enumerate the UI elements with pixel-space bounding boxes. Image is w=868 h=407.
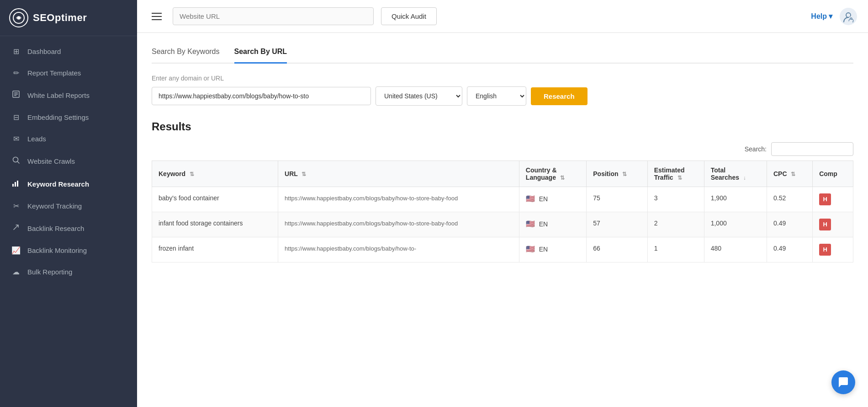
th-position-label: Position xyxy=(593,170,618,177)
cell-cpc: 0.49 xyxy=(767,212,812,237)
svg-line-7 xyxy=(17,161,19,163)
url-search-input[interactable] xyxy=(152,87,371,105)
cell-estimated-traffic: 3 xyxy=(647,187,704,212)
th-competition[interactable]: Comp xyxy=(813,161,853,187)
sidebar-logo: SEOptimer xyxy=(0,0,137,36)
language-code: EN xyxy=(539,195,548,203)
header-url-input[interactable] xyxy=(173,7,374,25)
report-templates-icon: ✏ xyxy=(11,69,21,77)
cell-keyword: infant food storage containers xyxy=(152,212,278,237)
cell-country-language: 🇺🇸 EN xyxy=(519,187,586,212)
cell-competition: H xyxy=(813,237,853,262)
th-keyword[interactable]: Keyword ⇅ xyxy=(152,161,278,187)
cell-country-language: 🇺🇸 EN xyxy=(519,237,586,262)
cell-competition: H xyxy=(813,212,853,237)
sidebar-item-label: Website Crawls xyxy=(27,157,75,165)
sidebar-nav: ⊞ Dashboard ✏ Report Templates White Lab… xyxy=(0,36,137,407)
embedding-icon: ⊟ xyxy=(11,113,21,122)
cell-estimated-traffic: 1 xyxy=(647,237,704,262)
sidebar-item-dashboard[interactable]: ⊞ Dashboard xyxy=(0,41,137,62)
sort-icon-country[interactable]: ⇅ xyxy=(560,175,565,181)
sidebar-item-bulk-reporting[interactable]: ☁ Bulk Reporting xyxy=(0,261,137,283)
sidebar-item-backlink-research[interactable]: Backlink Research xyxy=(0,217,137,240)
search-form-label: Enter any domain or URL xyxy=(152,75,853,82)
quick-audit-button[interactable]: Quick Audit xyxy=(381,7,437,25)
research-button[interactable]: Research xyxy=(531,87,587,105)
th-estimated-traffic[interactable]: EstimatedTraffic ⇅ xyxy=(647,161,704,187)
help-dropdown-icon: ▾ xyxy=(829,12,832,21)
sidebar-item-label: Report Templates xyxy=(27,69,81,77)
cell-keyword: baby's food container xyxy=(152,187,278,212)
help-button[interactable]: Help ▾ xyxy=(811,12,832,21)
chat-button[interactable] xyxy=(831,370,855,394)
cell-position: 75 xyxy=(587,187,647,212)
sidebar-item-embedding-settings[interactable]: ⊟ Embedding Settings xyxy=(0,107,137,128)
language-select[interactable]: English Spanish French xyxy=(467,86,526,106)
sidebar-item-keyword-research[interactable]: Keyword Research xyxy=(0,172,137,195)
user-avatar[interactable] xyxy=(840,8,857,25)
cell-country-language: 🇺🇸 EN xyxy=(519,212,586,237)
sidebar-item-backlink-monitoring[interactable]: 📈 Backlink Monitoring xyxy=(0,240,137,261)
flag-icon: 🇺🇸 xyxy=(526,193,535,204)
sidebar-item-label: Keyword Research xyxy=(27,180,89,188)
sort-icon-cpc[interactable]: ⇅ xyxy=(791,171,795,177)
table-search-row: Search: xyxy=(152,142,853,156)
results-table: Keyword ⇅ URL ⇅ Country &Language ⇅ Posi… xyxy=(152,161,853,262)
keyword-tracking-icon: ✂ xyxy=(11,202,21,210)
help-label: Help xyxy=(811,12,827,21)
table-search-label: Search: xyxy=(745,145,767,153)
flag-icon: 🇺🇸 xyxy=(526,219,535,230)
svg-rect-8 xyxy=(12,184,14,187)
hamburger-button[interactable] xyxy=(148,9,165,24)
competition-badge: H xyxy=(819,193,831,205)
cell-estimated-traffic: 2 xyxy=(647,212,704,237)
sort-icon-url[interactable]: ⇅ xyxy=(302,171,306,177)
cell-keyword: frozen infant xyxy=(152,237,278,262)
logo-icon xyxy=(9,8,28,27)
svg-rect-9 xyxy=(15,182,16,187)
sort-icon-traffic[interactable]: ⇅ xyxy=(677,175,682,181)
th-url[interactable]: URL ⇅ xyxy=(278,161,519,187)
leads-icon: ✉ xyxy=(11,134,21,143)
th-competition-label: Comp xyxy=(819,170,837,177)
tab-search-by-keywords[interactable]: Search By Keywords xyxy=(152,44,220,64)
cell-url: https://www.happiestbaby.com/blogs/baby/… xyxy=(278,212,519,237)
content-area: Search By Keywords Search By URL Enter a… xyxy=(137,33,868,407)
th-position[interactable]: Position ⇅ xyxy=(587,161,647,187)
th-country-language[interactable]: Country &Language ⇅ xyxy=(519,161,586,187)
table-header-row: Keyword ⇅ URL ⇅ Country &Language ⇅ Posi… xyxy=(152,161,853,187)
website-crawls-icon xyxy=(11,156,21,166)
sidebar-item-label: Dashboard xyxy=(27,48,61,55)
sidebar-item-website-crawls[interactable]: Website Crawls xyxy=(0,150,137,172)
cell-position: 66 xyxy=(587,237,647,262)
header: Quick Audit Help ▾ xyxy=(137,0,868,33)
sidebar-item-white-label-reports[interactable]: White Label Reports xyxy=(0,84,137,107)
sidebar-item-keyword-tracking[interactable]: ✂ Keyword Tracking xyxy=(0,195,137,217)
sort-icon-keyword[interactable]: ⇅ xyxy=(190,171,194,177)
svg-rect-10 xyxy=(17,181,18,187)
hamburger-line xyxy=(152,13,162,14)
th-cpc[interactable]: CPC ⇅ xyxy=(767,161,812,187)
sort-icon-searches[interactable]: ↓ xyxy=(743,175,746,181)
sort-icon-position[interactable]: ⇅ xyxy=(622,171,627,177)
cell-cpc: 0.49 xyxy=(767,237,812,262)
svg-point-11 xyxy=(846,13,851,17)
tab-search-by-url[interactable]: Search By URL xyxy=(234,44,287,64)
th-total-searches[interactable]: TotalSearches ↓ xyxy=(704,161,767,187)
sidebar-item-leads[interactable]: ✉ Leads xyxy=(0,128,137,150)
sidebar-item-label: Backlink Monitoring xyxy=(27,246,87,254)
country-select[interactable]: United States (US) United Kingdom (UK) A… xyxy=(376,86,462,106)
cell-url: https://www.happiestbaby.com/blogs/baby/… xyxy=(278,187,519,212)
dashboard-icon: ⊞ xyxy=(11,47,21,56)
keyword-research-icon xyxy=(11,179,21,189)
sidebar-item-report-templates[interactable]: ✏ Report Templates xyxy=(0,62,137,84)
table-row: baby's food container https://www.happie… xyxy=(152,187,853,212)
table-search-input[interactable] xyxy=(771,142,853,156)
table-row: infant food storage containers https://w… xyxy=(152,212,853,237)
backlink-monitoring-icon: 📈 xyxy=(11,246,21,255)
hamburger-line xyxy=(152,19,162,20)
cell-url: https://www.happiestbaby.com/blogs/baby/… xyxy=(278,237,519,262)
results-title: Results xyxy=(152,120,853,133)
sidebar-item-label: Embedding Settings xyxy=(27,113,89,121)
cell-position: 57 xyxy=(587,212,647,237)
